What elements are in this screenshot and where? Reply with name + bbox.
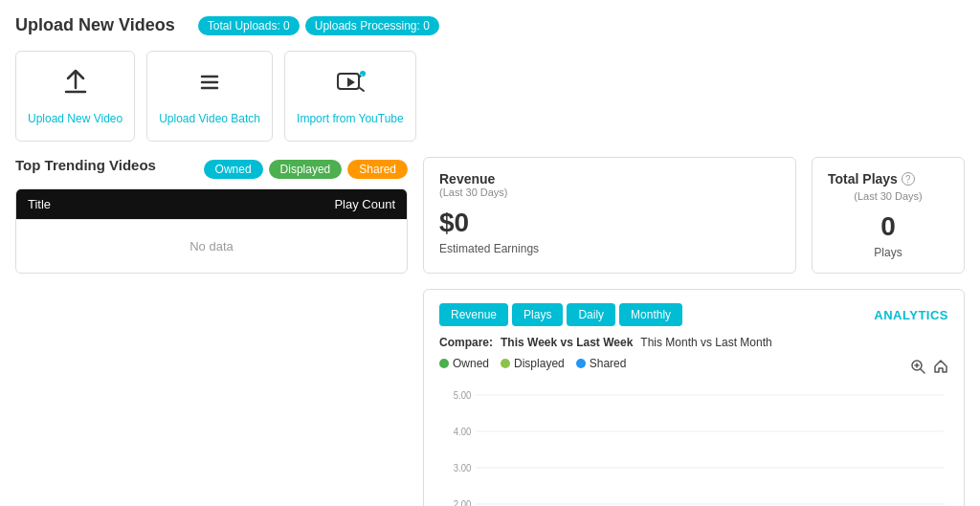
analytics-tabs: Revenue Plays Daily Monthly [439, 303, 682, 326]
filter-owned-btn[interactable]: Owned [204, 160, 263, 179]
displayed-dot [501, 359, 510, 368]
filter-shared-btn[interactable]: Shared [347, 160, 408, 179]
badge-group: Total Uploads: 0 Uploads Processing: 0 [198, 16, 439, 35]
svg-line-6 [360, 88, 364, 91]
upload-icon [60, 67, 91, 104]
tab-monthly[interactable]: Monthly [619, 303, 682, 326]
svg-marker-4 [347, 77, 355, 87]
page-title: Upload New Videos [15, 15, 175, 35]
svg-text:2.00: 2.00 [454, 499, 472, 506]
table-row: No data [16, 220, 407, 274]
owned-dot [439, 359, 449, 368]
svg-text:3.00: 3.00 [454, 463, 472, 473]
analytics-section: Revenue Plays Daily Monthly ANALYTICS Co… [423, 289, 965, 506]
tab-plays[interactable]: Plays [512, 303, 563, 326]
stats-row: Revenue (Last 30 Days) $0 Estimated Earn… [423, 157, 965, 274]
plays-title: Total Plays [828, 171, 898, 187]
upload-new-video-card[interactable]: Upload New Video [15, 51, 135, 142]
info-icon[interactable]: ? [902, 172, 915, 186]
page-container: Upload New Videos Total Uploads: 0 Uploa… [0, 0, 980, 506]
revenue-title: Revenue [439, 171, 780, 187]
revenue-label: Estimated Earnings [439, 242, 780, 255]
youtube-icon: + [335, 67, 366, 104]
uploads-processing-badge: Uploads Processing: 0 [305, 16, 439, 35]
analytics-header: Revenue Plays Daily Monthly ANALYTICS [439, 303, 948, 326]
legend-shared: Shared [576, 357, 627, 370]
compare-row: Compare: This Week vs Last Week This Mon… [439, 336, 948, 349]
trending-title: Top Trending Videos [15, 157, 156, 173]
chart-area: 5.00 4.00 3.00 2.00 1.00 0 [439, 385, 948, 506]
upload-batch-label: Upload Video Batch [159, 112, 260, 125]
table-header-row: Title Play Count [16, 189, 407, 220]
legend-owned: Owned [439, 357, 489, 370]
upload-new-video-label: Upload New Video [28, 112, 122, 125]
upload-cards-row: Upload New Video Upload Video Batch [15, 51, 965, 142]
import-youtube-card[interactable]: + Import from YouTube [284, 51, 416, 142]
plays-label: Plays [828, 246, 948, 259]
main-row: Top Trending Videos Owned Displayed Shar… [15, 157, 965, 506]
revenue-card: Revenue (Last 30 Days) $0 Estimated Earn… [423, 157, 796, 274]
shared-dot [576, 359, 586, 368]
header-row: Upload New Videos Total Uploads: 0 Uploa… [15, 15, 965, 35]
right-panel: Revenue (Last 30 Days) $0 Estimated Earn… [423, 157, 965, 506]
trending-filter-row: Owned Displayed Shared [204, 160, 408, 179]
trending-table: Title Play Count No data [16, 189, 407, 273]
plays-title-row: Total Plays ? [828, 171, 948, 187]
batch-icon [194, 67, 225, 104]
legend-row: Owned Displayed Shared [439, 357, 626, 370]
total-plays-card: Total Plays ? (Last 30 Days) 0 Plays [812, 157, 965, 274]
no-data-cell: No data [16, 220, 407, 274]
compare-option-week[interactable]: This Week vs Last Week [501, 336, 633, 349]
chart-home-btn[interactable] [933, 359, 948, 377]
svg-text:+: + [360, 72, 363, 77]
compare-label: Compare: [439, 336, 493, 349]
svg-line-10 [921, 369, 924, 373]
tab-revenue[interactable]: Revenue [439, 303, 508, 326]
plays-subtitle: (Last 30 Days) [828, 190, 948, 202]
legend-displayed: Displayed [501, 357, 565, 370]
filter-displayed-btn[interactable]: Displayed [269, 160, 343, 179]
legend-displayed-label: Displayed [514, 357, 565, 370]
legend-shared-label: Shared [590, 357, 627, 370]
svg-text:4.00: 4.00 [454, 427, 472, 437]
trending-table-container: Title Play Count No data [15, 188, 408, 274]
legend-owned-label: Owned [453, 357, 489, 370]
revenue-subtitle: (Last 30 Days) [439, 187, 780, 198]
upload-video-batch-card[interactable]: Upload Video Batch [146, 51, 273, 142]
chart-zoom-btn[interactable] [910, 359, 925, 377]
revenue-amount: $0 [439, 208, 780, 238]
chart-actions [910, 359, 948, 377]
analytics-title: ANALYTICS [874, 308, 948, 322]
tab-daily[interactable]: Daily [567, 303, 615, 326]
plays-count: 0 [828, 211, 948, 242]
col-play-count: Play Count [155, 189, 407, 220]
left-panel: Top Trending Videos Owned Displayed Shar… [15, 157, 408, 506]
analytics-chart: 5.00 4.00 3.00 2.00 1.00 0 [439, 385, 948, 506]
import-youtube-label: Import from YouTube [297, 112, 404, 125]
col-title: Title [16, 189, 155, 220]
compare-option-month[interactable]: This Month vs Last Month [640, 336, 771, 349]
total-uploads-badge: Total Uploads: 0 [198, 16, 300, 35]
svg-text:5.00: 5.00 [454, 390, 472, 401]
